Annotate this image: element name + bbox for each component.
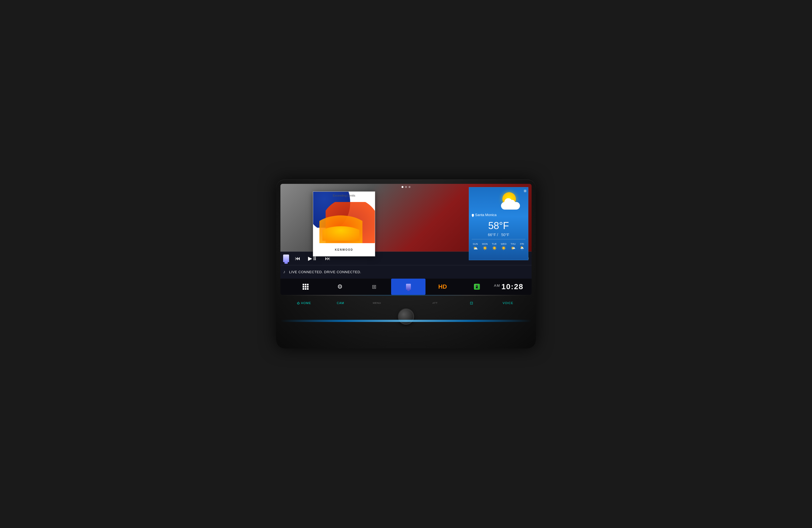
clock-display: AM 10:28: [494, 282, 523, 291]
cam-button[interactable]: CAM: [333, 300, 347, 306]
multizone-icon: ⊞: [372, 284, 377, 290]
menu-label: MENU: [373, 302, 381, 304]
usb-source-icon: [283, 255, 289, 262]
track-title: LIVE CONNECTED. DRIVE CONNECTED.: [289, 270, 361, 274]
home-button[interactable]: ⏻ HOME: [294, 300, 314, 306]
forecast-fri: FRI 🌦️: [520, 243, 524, 250]
weather-graphic: [469, 190, 528, 212]
forecast-tue: TUE ☀️: [492, 243, 497, 250]
att-button-group: ATT: [417, 301, 453, 305]
multizone-hw-button[interactable]: ⊡: [467, 300, 477, 306]
album-title-area: KENWOOD: [313, 243, 375, 256]
voice-label: VOICE: [503, 301, 513, 304]
phone-icon: 📱: [474, 284, 480, 290]
weather-temp-main: 58°F: [469, 220, 528, 231]
dot-2: [405, 186, 407, 188]
page-dots: [402, 186, 410, 188]
usb-icon: [406, 284, 411, 290]
screen: KENWOOD Exceeding Limits ⊞: [280, 184, 532, 295]
screen-nav-bar: ⚙ ⊞ HD 📱: [280, 279, 532, 295]
att-label: ATT: [433, 302, 438, 304]
nav-usb-button[interactable]: [391, 279, 425, 295]
cam-button-group: CAM: [322, 300, 359, 306]
screen-main-area[interactable]: KENWOOD Exceeding Limits ⊞: [280, 184, 532, 252]
power-icon: ⏻: [297, 302, 300, 304]
forecast-thu: THU 🌤️: [511, 243, 516, 250]
album-song-title: Exceeding Limits: [313, 194, 375, 197]
voice-button-group: VOICE: [490, 300, 526, 306]
settings-icon: ⚙: [337, 283, 343, 290]
time-value: 10:28: [501, 282, 523, 291]
bottom-glow: [280, 320, 532, 322]
dot-3: [409, 186, 410, 188]
album-artist: KENWOOD: [335, 248, 353, 251]
time-am-label: AM: [494, 284, 501, 288]
hd-radio-icon: HD: [438, 283, 447, 290]
forecast-mon: MON ☀️: [482, 243, 488, 250]
cam-label: CAM: [337, 301, 344, 304]
track-info: ♪ LIVE CONNECTED. DRIVE CONNECTED.: [280, 265, 532, 279]
nav-hd-radio-button[interactable]: HD: [425, 279, 460, 295]
weather-widget[interactable]: ⊞ Santa Monica 58°F: [469, 187, 528, 260]
nav-phone-button[interactable]: 📱: [460, 279, 494, 295]
forecast-wed: WED ☀️: [501, 243, 506, 250]
weather-location: Santa Monica: [469, 212, 528, 218]
weather-forecast: SUN ⛅ MON ☀️ TUE ☀️ WED: [469, 242, 528, 251]
voice-button[interactable]: VOICE: [499, 300, 517, 306]
menu-button[interactable]: MENU: [369, 301, 385, 305]
album-art: [313, 192, 375, 243]
cloud-icon: [501, 202, 520, 210]
grid-icon: [303, 284, 308, 290]
prev-button[interactable]: ⏮: [293, 255, 302, 261]
nav-settings-button[interactable]: ⚙: [323, 279, 357, 295]
location-pin-icon: [472, 214, 474, 216]
physical-controls: ⏻ HOME CAM MENU ATT: [280, 295, 532, 322]
menu-button-group: MENU: [359, 301, 395, 305]
music-note-icon: ♪: [283, 269, 285, 274]
album-widget[interactable]: KENWOOD Exceeding Limits: [313, 191, 375, 256]
multizone-hw-button-group: ⊡: [453, 300, 490, 306]
home-label: HOME: [301, 301, 311, 304]
bottom-button-row: ⏻ HOME CAM MENU ATT: [280, 300, 532, 306]
gloss-strip: [280, 295, 532, 296]
volume-knob[interactable]: [398, 309, 414, 325]
nav-multizone-button[interactable]: ⊞: [357, 279, 391, 295]
device: KENWOOD Exceeding Limits ⊞: [276, 180, 536, 348]
nav-apps-button[interactable]: [289, 279, 323, 295]
dot-1: [402, 186, 404, 188]
weather-temp-range: 66°F / 50°F: [469, 232, 528, 237]
home-button-group: ⏻ HOME: [286, 300, 322, 306]
forecast-sun: SUN ⛅: [473, 243, 478, 250]
knob-area: [398, 309, 414, 325]
att-button[interactable]: ATT: [429, 301, 441, 305]
